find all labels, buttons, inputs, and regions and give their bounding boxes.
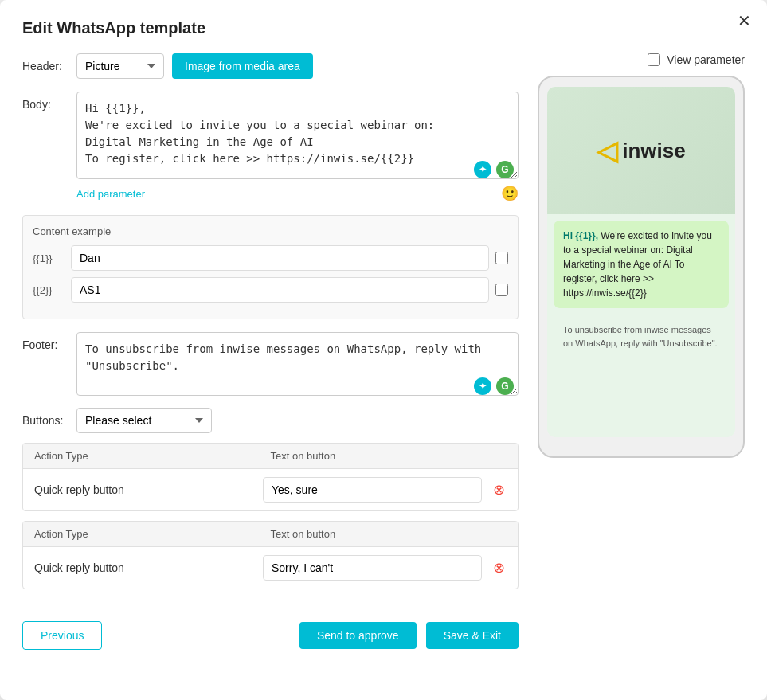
param-checkbox-1[interactable] <box>495 252 508 264</box>
button-type-2: Quick reply button <box>34 561 253 574</box>
text-on-button-header-1: Text on button <box>271 450 507 462</box>
footer-row: Footer: To unsubscribe from inwise messa… <box>22 332 519 395</box>
chat-highlight: Hi {{1}}, <box>563 230 598 241</box>
button-text-input-1[interactable] <box>263 477 482 503</box>
main-layout: Header: Picture Video Document None Imag… <box>22 53 745 650</box>
action-type-header-1: Action Type <box>34 450 271 462</box>
header-type-select[interactable]: Picture Video Document None <box>76 53 164 79</box>
param-tag-1: {{1}} <box>33 252 65 264</box>
button-entry-2-header: Action Type Text on button <box>23 522 518 547</box>
param-input-1[interactable] <box>71 245 489 271</box>
body-textarea-icons: ✦ G <box>76 161 514 178</box>
header-label: Header: <box>22 53 76 72</box>
chat-bubble-footer: To unsubscribe from inwise messages on W… <box>554 320 729 358</box>
add-param-row: Add parameter 🙂 <box>76 185 519 202</box>
close-button[interactable]: ✕ <box>738 13 751 29</box>
inwise-logo: ◁ inwise <box>597 135 685 166</box>
buttons-row: Buttons: Please select Quick reply butto… <box>22 408 519 433</box>
footer-grammar-icon[interactable]: G <box>496 377 514 395</box>
body-label: Body: <box>22 92 76 111</box>
modal-title: Edit WhatsApp template <box>22 19 745 37</box>
logo-arrow: ◁ <box>597 135 617 166</box>
body-row: Body: Hi {{1}}, We're excited to invite … <box>22 92 519 202</box>
buttons-label: Buttons: <box>22 414 76 427</box>
param-row-2: {{2}} <box>33 277 508 303</box>
chat-bubble-body: Hi {{1}}, We're excited to invite you to… <box>554 221 729 308</box>
form-area: Header: Picture Video Document None Imag… <box>22 53 519 650</box>
footer-buttons: Previous Send to approve Save & Exit <box>22 608 519 650</box>
previous-button[interactable]: Previous <box>22 621 102 650</box>
param-row-1: {{1}} <box>33 245 508 271</box>
edit-template-modal: ✕ Edit WhatsApp template Header: Picture… <box>0 0 767 700</box>
button-entry-1: Action Type Text on button Quick reply b… <box>22 443 519 511</box>
footer-spell-check-icon[interactable]: ✦ <box>474 377 491 395</box>
emoji-icon[interactable]: 🙂 <box>501 185 519 202</box>
button-type-1: Quick reply button <box>34 483 253 496</box>
add-parameter-link[interactable]: Add parameter <box>76 188 145 200</box>
save-exit-button[interactable]: Save & Exit <box>426 622 519 649</box>
button-text-input-2[interactable] <box>263 555 482 581</box>
send-to-approve-button[interactable]: Send to approve <box>299 622 417 649</box>
action-type-header-2: Action Type <box>34 528 271 540</box>
footer-textarea-icons: ✦ G <box>76 377 514 395</box>
footer-content: To unsubscribe from inwise messages on W… <box>76 332 519 395</box>
button-entry-2: Action Type Text on button Quick reply b… <box>22 521 519 589</box>
header-controls: Picture Video Document None Image from m… <box>76 53 519 79</box>
chat-divider <box>554 315 729 315</box>
phone-mockup: ◁ inwise Hi {{1}}, We're excited to invi… <box>538 76 745 458</box>
view-param-checkbox[interactable] <box>648 53 660 66</box>
body-content: Hi {{1}}, We're excited to invite you to… <box>76 92 519 202</box>
spell-check-icon[interactable]: ✦ <box>474 161 491 178</box>
param-checkbox-2[interactable] <box>495 284 508 296</box>
button-entry-1-body: Quick reply button ⊗ <box>23 469 518 510</box>
view-param-label: View parameter <box>667 53 745 66</box>
delete-button-1[interactable]: ⊗ <box>491 479 507 500</box>
button-entry-1-header: Action Type Text on button <box>23 444 518 469</box>
button-entry-2-body: Quick reply button ⊗ <box>23 547 518 589</box>
param-tag-2: {{2}} <box>33 284 65 296</box>
logo-text: inwise <box>622 139 685 163</box>
grammar-icon[interactable]: G <box>496 161 514 178</box>
image-from-media-button[interactable]: Image from media area <box>172 53 313 79</box>
view-param-row: View parameter <box>538 53 745 66</box>
header-row: Header: Picture Video Document None Imag… <box>22 53 519 79</box>
content-example-title: Content example <box>33 225 508 237</box>
chat-image: ◁ inwise <box>547 87 735 214</box>
footer-label: Footer: <box>22 332 76 351</box>
delete-button-2[interactable]: ⊗ <box>491 557 507 578</box>
phone-inner: ◁ inwise Hi {{1}}, We're excited to invi… <box>547 87 735 437</box>
param-input-2[interactable] <box>71 277 489 303</box>
preview-area: View parameter ◁ inwise Hi {{1}}, We're … <box>538 53 745 650</box>
btn-group-right: Send to approve Save & Exit <box>299 622 519 649</box>
content-example-box: Content example {{1}} {{2}} <box>22 215 519 319</box>
text-on-button-header-2: Text on button <box>271 528 507 540</box>
buttons-type-select[interactable]: Please select Quick reply button Call to… <box>76 408 212 433</box>
